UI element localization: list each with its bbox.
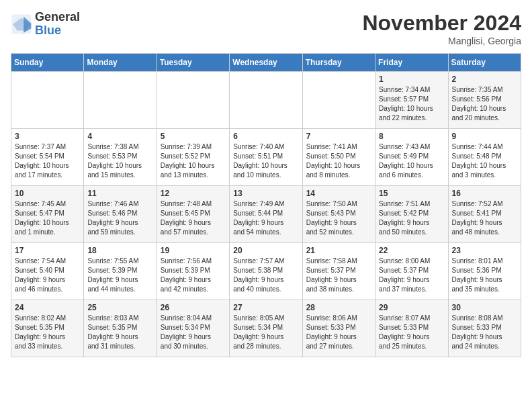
day-of-week-header: Tuesday	[157, 54, 229, 72]
day-info: Sunrise: 7:45 AM Sunset: 5:47 PM Dayligh…	[15, 199, 80, 237]
day-info: Sunrise: 8:06 AM Sunset: 5:33 PM Dayligh…	[306, 314, 371, 351]
day-info: Sunrise: 8:03 AM Sunset: 5:35 PM Dayligh…	[87, 314, 152, 351]
calendar-week-row: 1Sunrise: 7:34 AM Sunset: 5:57 PM Daylig…	[11, 72, 521, 129]
day-info: Sunrise: 7:39 AM Sunset: 5:52 PM Dayligh…	[161, 142, 226, 180]
day-number: 11	[87, 189, 152, 198]
day-number: 7	[306, 132, 371, 141]
calendar-day-cell: 23Sunrise: 8:01 AM Sunset: 5:36 PM Dayli…	[448, 243, 521, 300]
day-info: Sunrise: 7:55 AM Sunset: 5:39 PM Dayligh…	[87, 257, 152, 294]
day-of-week-header: Saturday	[448, 54, 521, 72]
day-number: 25	[87, 303, 152, 312]
day-info: Sunrise: 7:43 AM Sunset: 5:49 PM Dayligh…	[379, 142, 444, 180]
day-info: Sunrise: 8:07 AM Sunset: 5:33 PM Dayligh…	[379, 314, 444, 351]
day-number: 17	[15, 246, 80, 255]
day-info: Sunrise: 7:54 AM Sunset: 5:40 PM Dayligh…	[15, 257, 80, 294]
calendar-day-cell: 7Sunrise: 7:41 AM Sunset: 5:50 PM Daylig…	[302, 129, 375, 186]
day-number: 3	[15, 132, 80, 141]
calendar-week-row: 17Sunrise: 7:54 AM Sunset: 5:40 PM Dayli…	[11, 243, 521, 300]
day-info: Sunrise: 7:50 AM Sunset: 5:43 PM Dayligh…	[306, 199, 371, 237]
day-of-week-header: Monday	[84, 54, 157, 72]
day-info: Sunrise: 7:46 AM Sunset: 5:46 PM Dayligh…	[87, 199, 152, 237]
day-number: 1	[379, 75, 444, 84]
day-info: Sunrise: 8:02 AM Sunset: 5:35 PM Dayligh…	[15, 314, 80, 351]
day-number: 27	[233, 303, 298, 312]
calendar-day-cell	[11, 72, 84, 129]
day-info: Sunrise: 7:38 AM Sunset: 5:53 PM Dayligh…	[87, 142, 152, 180]
calendar-week-row: 3Sunrise: 7:37 AM Sunset: 5:54 PM Daylig…	[11, 129, 521, 186]
calendar-day-cell: 29Sunrise: 8:07 AM Sunset: 5:33 PM Dayli…	[375, 300, 448, 357]
day-info: Sunrise: 7:56 AM Sunset: 5:39 PM Dayligh…	[161, 257, 226, 294]
calendar-day-cell: 4Sunrise: 7:38 AM Sunset: 5:53 PM Daylig…	[84, 129, 157, 186]
calendar-day-cell: 17Sunrise: 7:54 AM Sunset: 5:40 PM Dayli…	[11, 243, 84, 300]
calendar-day-cell: 25Sunrise: 8:03 AM Sunset: 5:35 PM Dayli…	[84, 300, 157, 357]
day-number: 28	[306, 303, 371, 312]
calendar-day-cell	[302, 72, 375, 129]
calendar-day-cell: 26Sunrise: 8:04 AM Sunset: 5:34 PM Dayli…	[157, 300, 229, 357]
day-number: 30	[452, 303, 517, 312]
logo-general-text: General	[35, 11, 80, 24]
day-number: 21	[306, 246, 371, 255]
calendar-day-cell: 10Sunrise: 7:45 AM Sunset: 5:47 PM Dayli…	[11, 186, 84, 243]
logo-blue-text: Blue	[35, 24, 80, 38]
day-info: Sunrise: 7:51 AM Sunset: 5:42 PM Dayligh…	[379, 199, 444, 237]
day-number: 26	[161, 303, 226, 312]
title-area: November 2024 Manglisi, Georgia	[362, 11, 521, 46]
day-number: 24	[15, 303, 80, 312]
calendar-day-cell: 6Sunrise: 7:40 AM Sunset: 5:51 PM Daylig…	[230, 129, 302, 186]
calendar-week-row: 10Sunrise: 7:45 AM Sunset: 5:47 PM Dayli…	[11, 186, 521, 243]
month-title: November 2024	[362, 11, 521, 36]
calendar-day-cell: 27Sunrise: 8:05 AM Sunset: 5:34 PM Dayli…	[230, 300, 302, 357]
day-info: Sunrise: 7:49 AM Sunset: 5:44 PM Dayligh…	[233, 199, 298, 237]
day-info: Sunrise: 7:58 AM Sunset: 5:37 PM Dayligh…	[306, 257, 371, 294]
logo: General Blue	[11, 11, 80, 38]
day-number: 12	[161, 189, 226, 198]
day-number: 9	[452, 132, 517, 141]
calendar-day-cell	[230, 72, 302, 129]
day-number: 15	[379, 189, 444, 198]
calendar-table: SundayMondayTuesdayWednesdayThursdayFrid…	[11, 53, 521, 357]
day-number: 10	[15, 189, 80, 198]
day-number: 6	[233, 132, 298, 141]
calendar-header-row: SundayMondayTuesdayWednesdayThursdayFrid…	[11, 54, 521, 72]
day-of-week-header: Thursday	[302, 54, 375, 72]
calendar-day-cell	[157, 72, 229, 129]
calendar-day-cell: 9Sunrise: 7:44 AM Sunset: 5:48 PM Daylig…	[448, 129, 521, 186]
day-number: 13	[233, 189, 298, 198]
calendar-day-cell: 21Sunrise: 7:58 AM Sunset: 5:37 PM Dayli…	[302, 243, 375, 300]
calendar-day-cell: 5Sunrise: 7:39 AM Sunset: 5:52 PM Daylig…	[157, 129, 229, 186]
logo-icon	[11, 13, 32, 35]
day-number: 23	[452, 246, 517, 255]
day-info: Sunrise: 7:35 AM Sunset: 5:56 PM Dayligh…	[452, 85, 517, 123]
day-number: 19	[161, 246, 226, 255]
day-info: Sunrise: 8:05 AM Sunset: 5:34 PM Dayligh…	[233, 314, 298, 351]
day-number: 18	[87, 246, 152, 255]
day-info: Sunrise: 8:04 AM Sunset: 5:34 PM Dayligh…	[161, 314, 226, 351]
day-number: 2	[452, 75, 517, 84]
day-info: Sunrise: 7:41 AM Sunset: 5:50 PM Dayligh…	[306, 142, 371, 180]
day-info: Sunrise: 7:52 AM Sunset: 5:41 PM Dayligh…	[452, 199, 517, 237]
day-number: 16	[452, 189, 517, 198]
day-info: Sunrise: 7:44 AM Sunset: 5:48 PM Dayligh…	[452, 142, 517, 180]
day-number: 29	[379, 303, 444, 312]
day-info: Sunrise: 8:08 AM Sunset: 5:33 PM Dayligh…	[452, 314, 517, 351]
calendar-day-cell: 20Sunrise: 7:57 AM Sunset: 5:38 PM Dayli…	[230, 243, 302, 300]
day-number: 20	[233, 246, 298, 255]
calendar-day-cell: 14Sunrise: 7:50 AM Sunset: 5:43 PM Dayli…	[302, 186, 375, 243]
day-info: Sunrise: 7:57 AM Sunset: 5:38 PM Dayligh…	[233, 257, 298, 294]
calendar-week-row: 24Sunrise: 8:02 AM Sunset: 5:35 PM Dayli…	[11, 300, 521, 357]
calendar-day-cell: 3Sunrise: 7:37 AM Sunset: 5:54 PM Daylig…	[11, 129, 84, 186]
day-info: Sunrise: 8:01 AM Sunset: 5:36 PM Dayligh…	[452, 257, 517, 294]
calendar-day-cell: 12Sunrise: 7:48 AM Sunset: 5:45 PM Dayli…	[157, 186, 229, 243]
day-number: 4	[87, 132, 152, 141]
location-subtitle: Manglisi, Georgia	[362, 36, 521, 46]
day-info: Sunrise: 7:37 AM Sunset: 5:54 PM Dayligh…	[15, 142, 80, 180]
day-of-week-header: Wednesday	[230, 54, 302, 72]
calendar-day-cell: 30Sunrise: 8:08 AM Sunset: 5:33 PM Dayli…	[448, 300, 521, 357]
calendar-day-cell: 28Sunrise: 8:06 AM Sunset: 5:33 PM Dayli…	[302, 300, 375, 357]
day-number: 5	[161, 132, 226, 141]
calendar-day-cell: 22Sunrise: 8:00 AM Sunset: 5:37 PM Dayli…	[375, 243, 448, 300]
day-info: Sunrise: 7:34 AM Sunset: 5:57 PM Dayligh…	[379, 85, 444, 123]
calendar-day-cell: 1Sunrise: 7:34 AM Sunset: 5:57 PM Daylig…	[375, 72, 448, 129]
day-info: Sunrise: 8:00 AM Sunset: 5:37 PM Dayligh…	[379, 257, 444, 294]
calendar-day-cell: 2Sunrise: 7:35 AM Sunset: 5:56 PM Daylig…	[448, 72, 521, 129]
